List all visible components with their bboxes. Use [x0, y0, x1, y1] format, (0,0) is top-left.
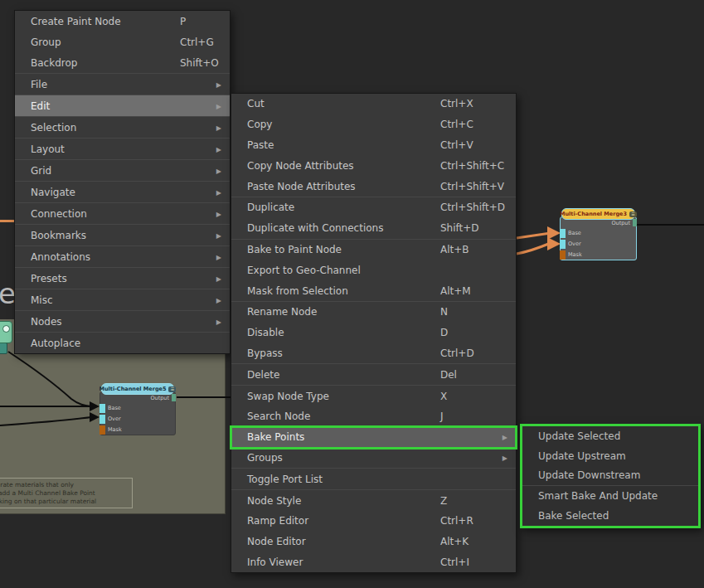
node-header[interactable]: Multi-Channel Merge5 ☰ — [101, 383, 174, 395]
menu-item-swap-node-type[interactable]: Swap Node TypeX — [231, 386, 516, 406]
menu-item-shortcut: P — [180, 16, 186, 27]
menu-item-label: Cut — [247, 98, 265, 109]
menu-item-layout[interactable]: Layout▶ — [15, 138, 230, 159]
menu-item-paste[interactable]: PasteCtrl+V — [231, 135, 516, 156]
menu-item-label: Copy — [247, 119, 272, 130]
input-port-mask[interactable] — [560, 250, 566, 260]
menu-item-rename-node[interactable]: Rename NodeN — [231, 302, 516, 323]
menu-item-label: Disable — [247, 327, 284, 338]
node-body[interactable]: Output Base Over Mask — [100, 391, 176, 435]
node-menu-icon[interactable]: ☰ — [168, 386, 176, 392]
menu-item-group[interactable]: GroupCtrl+G — [15, 32, 230, 52]
menu-item-label: Node Editor — [247, 536, 306, 547]
node-title: Multi-Channel Merge5 — [100, 386, 167, 392]
menu-item-selection[interactable]: Selection▶ — [15, 117, 230, 138]
input-port-over[interactable] — [560, 240, 566, 249]
menu-item-duplicate-with-connections[interactable]: Duplicate with ConnectionsShift+D — [231, 218, 516, 239]
menu-item-label: Delete — [247, 369, 279, 381]
menu-item-shortcut: N — [440, 306, 448, 318]
menu-item-shortcut: Shift+O — [180, 57, 219, 69]
menu-item-shortcut: Alt+B — [440, 244, 469, 255]
menu-item-label: Annotations — [31, 251, 90, 263]
port-label: Over — [568, 241, 581, 247]
menu-item-cut[interactable]: CutCtrl+X — [231, 94, 516, 114]
menu-item-misc[interactable]: Misc▶ — [15, 289, 230, 310]
menu-item-export-to-geo-channel[interactable]: Export to Geo-Channel — [231, 260, 516, 280]
menu-item-search-node[interactable]: Search NodeJ — [231, 406, 516, 427]
menu-item-label: Bake Points — [247, 431, 304, 443]
menu-item-edit[interactable]: Edit▶ — [15, 95, 230, 116]
menu-item-annotations[interactable]: Annotations▶ — [15, 246, 230, 267]
menu-item-label: Autoplace — [31, 338, 80, 349]
input-port-base[interactable] — [100, 404, 105, 413]
menu-item-bake-to-paint-node[interactable]: Bake to Paint NodeAlt+B — [231, 240, 516, 260]
menu-item-presets[interactable]: Presets▶ — [15, 268, 230, 289]
input-port-base[interactable] — [560, 229, 566, 238]
menu-item-grid[interactable]: Grid▶ — [15, 160, 230, 181]
node-header[interactable]: Multi-Channel Merge3 ☰ — [561, 208, 635, 220]
input-port-over[interactable] — [100, 415, 105, 424]
node-menu-icon[interactable]: ☰ — [629, 211, 637, 217]
submenu-arrow-icon: ▶ — [216, 188, 221, 196]
context-menu-root: Create Paint NodePGroupCtrl+GBackdropShi… — [14, 10, 231, 354]
menu-item-shortcut: Ctrl+R — [440, 515, 473, 527]
menu-item-label: Mask from Selection — [247, 285, 348, 297]
input-port-mask[interactable] — [100, 425, 105, 435]
menu-item-nodes[interactable]: Nodes▶ — [15, 311, 230, 332]
menu-item-label: Navigate — [31, 187, 75, 198]
menu-item-bake-points[interactable]: Bake Points▶ — [231, 427, 516, 448]
menu-item-ramp-editor[interactable]: Ramp EditorCtrl+R — [231, 511, 516, 532]
menu-item-mask-from-selection[interactable]: Mask from SelectionAlt+M — [231, 280, 516, 301]
menu-item-shortcut: Ctrl+G — [180, 36, 214, 48]
submenu-arrow-icon: ▶ — [216, 296, 221, 304]
menu-item-navigate[interactable]: Navigate▶ — [15, 182, 230, 202]
menu-item-update-selected[interactable]: Update Selected — [522, 426, 698, 446]
menu-item-autoplace[interactable]: Autoplace — [15, 333, 230, 353]
menu-item-label: File — [31, 79, 47, 90]
menu-item-toggle-port-list[interactable]: Toggle Port List — [231, 469, 516, 489]
menu-item-groups[interactable]: Groups▶ — [231, 448, 516, 469]
menu-item-label: Info Viewer — [247, 556, 303, 568]
node-title: Multi-Channel Merge3 — [560, 211, 627, 217]
menu-item-file[interactable]: File▶ — [15, 74, 230, 95]
menu-item-node-style[interactable]: Node StyleZ — [231, 490, 516, 511]
menu-item-label: Node Style — [247, 495, 301, 507]
menu-item-shortcut: Ctrl+X — [440, 98, 473, 109]
menu-item-backdrop[interactable]: BackdropShift+O — [15, 52, 230, 73]
node-body[interactable]: Output Base Over Mask — [560, 216, 637, 260]
menu-item-paste-node-attributes[interactable]: Paste Node AttributesCtrl+Shift+V — [231, 176, 516, 197]
menu-item-disable[interactable]: DisableD — [231, 323, 516, 343]
submenu-arrow-icon: ▶ — [216, 145, 221, 153]
menu-item-bookmarks[interactable]: Bookmarks▶ — [15, 225, 230, 245]
menu-item-shortcut: Ctrl+V — [440, 139, 473, 151]
menu-item-node-editor[interactable]: Node EditorAlt+K — [231, 532, 516, 552]
submenu-arrow-icon: ▶ — [503, 434, 507, 441]
menu-item-label: Duplicate with Connections — [247, 222, 383, 234]
menu-item-info-viewer[interactable]: Info ViewerCtrl+I — [231, 552, 516, 573]
menu-item-create-paint-node[interactable]: Create Paint NodeP — [15, 11, 230, 32]
menu-item-label: Update Downstream — [538, 469, 640, 481]
menu-item-label: Duplicate — [247, 202, 294, 213]
menu-item-duplicate[interactable]: DuplicateCtrl+Shift+D — [231, 197, 516, 218]
node-multi-channel-merge5[interactable]: Multi-Channel Merge5 ☰ Output Base Over … — [100, 383, 176, 435]
output-port[interactable] — [633, 219, 637, 226]
menu-item-copy[interactable]: CopyCtrl+C — [231, 114, 516, 135]
menu-item-connection[interactable]: Connection▶ — [15, 203, 230, 224]
submenu-arrow-icon: ▶ — [216, 210, 221, 217]
node-multi-channel-merge3[interactable]: Multi-Channel Merge3 ☰ Output Base Over … — [560, 208, 637, 260]
menu-item-smart-bake-and-update[interactable]: Smart Bake And Update — [522, 486, 698, 506]
port-label: Mask — [108, 426, 122, 433]
menu-item-label: Bake Selected — [538, 510, 609, 522]
menu-item-copy-node-attributes[interactable]: Copy Node AttributesCtrl+Shift+C — [231, 155, 516, 176]
menu-item-delete[interactable]: DeleteDel — [231, 364, 516, 385]
menu-item-shortcut: J — [440, 411, 444, 422]
menu-item-update-downstream[interactable]: Update Downstream — [522, 466, 698, 486]
menu-item-update-upstream[interactable]: Update Upstream — [522, 446, 698, 466]
menu-item-label: Paste — [247, 139, 274, 151]
menu-item-bake-selected[interactable]: Bake Selected — [522, 506, 698, 526]
menu-item-shortcut: X — [440, 391, 447, 402]
output-port[interactable] — [172, 394, 176, 401]
menu-item-label: Update Selected — [538, 430, 620, 442]
menu-item-bypass[interactable]: BypassCtrl+D — [231, 343, 516, 364]
edit-submenu: CutCtrl+XCopyCtrl+CPasteCtrl+VCopy Node … — [231, 93, 517, 573]
